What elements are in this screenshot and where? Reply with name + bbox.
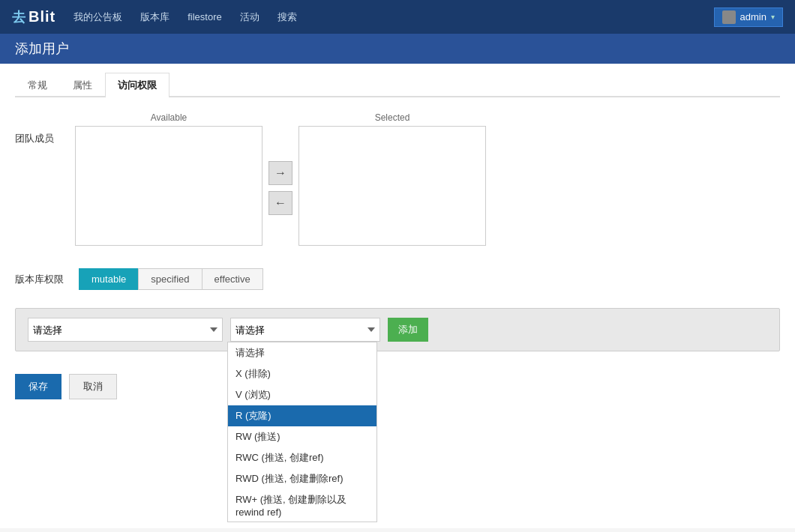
transfer-back-button[interactable]: ← [268, 191, 292, 215]
dropdown-item-7[interactable]: RW+ (推送, 创建删除以及rewind ref) [228, 489, 376, 522]
dropdown-item-0[interactable]: 请选择 [228, 342, 376, 363]
transfer-buttons: → ← [268, 143, 292, 215]
brand-prefix: 去 [12, 8, 26, 26]
permission-dropdown: 请选择 X (排除) V (浏览) R (克隆) RW (推送) RWC (推送… [227, 342, 377, 522]
nav-link-filestore[interactable]: filestore [188, 11, 222, 22]
navbar: 去 Blit 我的公告板 版本库 filestore 活动 搜索 admin ▾ [0, 0, 795, 34]
repo-select[interactable]: 请选择 [28, 318, 223, 342]
dropdown-item-6[interactable]: RWD (推送, 创建删除ref) [228, 468, 376, 489]
available-list-wrap: Available [75, 112, 262, 246]
page-title: 添加用户 [15, 40, 780, 58]
dropdown-item-3[interactable]: R (克隆) [228, 405, 376, 426]
footer-buttons: 保存 取消 [15, 374, 780, 399]
team-members-label: 团队成员 [15, 112, 75, 145]
add-permission-button[interactable]: 添加 [388, 318, 428, 342]
tab-bar: 常规 属性 访问权限 [15, 64, 780, 97]
team-members-section: 团队成员 Available → ← Selected [15, 112, 780, 246]
perm-tab-effective[interactable]: effective [202, 268, 263, 290]
selected-list[interactable] [298, 126, 486, 246]
nav-link-activity[interactable]: 活动 [240, 10, 260, 24]
tab-access[interactable]: 访问权限 [105, 73, 170, 97]
page-header: 添加用户 [0, 34, 795, 64]
dropdown-item-2[interactable]: V (浏览) [228, 384, 376, 405]
transfer-forward-button[interactable]: → [268, 161, 292, 185]
repo-add-row: 请选择 请选择 添加 请选择 X (排除) V (浏览) R (克隆) RW (… [15, 308, 780, 351]
save-button[interactable]: 保存 [15, 374, 62, 399]
dropdown-item-1[interactable]: X (排除) [228, 363, 376, 384]
main-content: 常规 属性 访问权限 团队成员 Available → ← Selected [0, 64, 795, 528]
version-footer: v1.8.0 [0, 528, 795, 532]
forward-icon: → [274, 166, 286, 180]
selected-label: Selected [375, 112, 410, 123]
repo-permissions-section: 版本库权限 mutable specified effective 请选择 请选… [15, 268, 780, 351]
page-title-prefix: 添加 [15, 41, 42, 56]
dropdown-item-5[interactable]: RWC (推送, 创建ref) [228, 447, 376, 468]
dual-list-container: Available → ← Selected [75, 112, 780, 246]
back-icon: ← [274, 196, 286, 210]
cancel-button[interactable]: 取消 [69, 374, 117, 399]
tab-properties[interactable]: 属性 [60, 73, 105, 97]
admin-label: admin [740, 11, 766, 22]
page-title-suffix: 用户 [42, 41, 69, 56]
admin-caret-icon: ▾ [771, 13, 775, 21]
brand-name: Blit [28, 8, 56, 25]
navbar-right: admin ▾ [714, 7, 783, 27]
admin-avatar [722, 10, 736, 24]
available-list[interactable] [75, 126, 262, 246]
nav-link-search[interactable]: 搜索 [278, 10, 297, 24]
admin-menu[interactable]: admin ▾ [714, 7, 783, 27]
perm-tab-specified[interactable]: specified [138, 268, 201, 290]
permission-select[interactable]: 请选择 [230, 318, 380, 342]
repo-permissions-label: 版本库权限 [15, 273, 64, 286]
perm-tab-mutable[interactable]: mutable [79, 268, 138, 290]
available-label: Available [151, 112, 187, 123]
nav-link-repos[interactable]: 版本库 [140, 10, 170, 24]
selected-list-wrap: Selected [298, 112, 486, 246]
permission-tabs: mutable specified effective [79, 268, 263, 290]
brand-logo[interactable]: 去 Blit [12, 8, 56, 26]
dropdown-item-4[interactable]: RW (推送) [228, 426, 376, 447]
tab-general[interactable]: 常规 [15, 73, 60, 97]
nav-link-bulletin[interactable]: 我的公告板 [74, 10, 122, 24]
